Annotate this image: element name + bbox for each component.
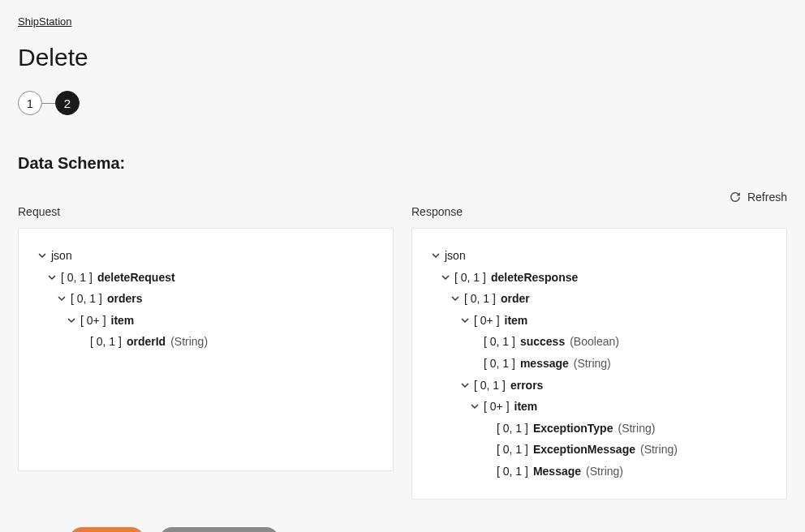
node-name: deleteRequest [97, 267, 175, 289]
node-name: orders [107, 288, 143, 310]
request-label: Request [18, 205, 394, 218]
tree-node-deleteResponse[interactable]: [ 0, 1 ] deleteResponse [427, 267, 772, 289]
chevron-down-icon [38, 251, 46, 260]
refresh-button[interactable]: Refresh [18, 191, 787, 204]
tree-node-json[interactable]: json [427, 245, 772, 267]
tree-node-order[interactable]: [ 0, 1 ] order [427, 288, 772, 310]
node-cardinality: [ 0, 1 ] [497, 439, 528, 461]
request-column: Request json [ 0, 1 ] deleteRequest [ [18, 205, 394, 500]
node-name: Message [533, 461, 581, 483]
node-name: message [520, 353, 569, 375]
stepper: 1 2 [18, 91, 787, 115]
node-cardinality: [ 0, 1 ] [71, 288, 102, 310]
response-panel: json [ 0, 1 ] deleteResponse [ 0, 1 ] or… [411, 228, 787, 500]
refresh-icon [730, 191, 741, 203]
node-name: order [501, 288, 530, 310]
tree-node-message-error[interactable]: [ 0, 1 ] Message (String) [427, 461, 772, 483]
finished-button[interactable]: Finished [69, 527, 144, 532]
tree-node-deleteRequest[interactable]: [ 0, 1 ] deleteRequest [33, 267, 378, 289]
section-title: Data Schema: [18, 154, 787, 173]
tree-node-orderId[interactable]: [ 0, 1 ] orderId (String) [33, 331, 378, 353]
tree-node-exception-message[interactable]: [ 0, 1 ] ExceptionMessage (String) [427, 439, 772, 461]
tree-node-exception-type[interactable]: [ 0, 1 ] ExceptionType (String) [427, 418, 772, 440]
response-label: Response [411, 205, 787, 218]
chevron-down-icon [451, 294, 459, 302]
node-label: json [445, 245, 466, 267]
refresh-label: Refresh [747, 191, 787, 204]
node-cardinality: [ 0, 1 ] [497, 461, 528, 483]
response-column: Response json [ 0, 1 ] deleteResponse [411, 205, 787, 500]
chevron-down-icon [67, 316, 75, 324]
node-type: (String) [618, 418, 655, 440]
node-type: (Boolean) [570, 331, 619, 353]
tree-node-item[interactable]: [ 0+ ] item [427, 310, 772, 332]
node-name: deleteResponse [491, 267, 578, 289]
node-type: (String) [586, 461, 623, 483]
node-cardinality: [ 0, 1 ] [90, 331, 122, 353]
node-cardinality: [ 0, 1 ] [454, 267, 486, 289]
node-name: ExceptionMessage [533, 439, 635, 461]
chevron-down-icon [58, 294, 66, 302]
tree-node-success[interactable]: [ 0, 1 ] success (Boolean) [427, 331, 772, 353]
step-connector [42, 103, 55, 104]
node-cardinality: [ 0, 1 ] [464, 288, 496, 310]
chevron-down-icon [48, 273, 56, 281]
node-name: item [111, 310, 135, 332]
node-name: errors [510, 375, 543, 397]
node-cardinality: [ 0+ ] [80, 310, 106, 332]
tree-node-orders[interactable]: [ 0, 1 ] orders [33, 288, 378, 310]
node-type: (String) [640, 439, 678, 461]
tree-node-item[interactable]: [ 0+ ] item [33, 310, 378, 332]
node-label: json [51, 245, 72, 267]
node-name: item [505, 310, 528, 332]
request-panel: json [ 0, 1 ] deleteRequest [ 0, 1 ] ord… [18, 228, 394, 471]
tree-node-errors-item[interactable]: [ 0+ ] item [427, 396, 772, 418]
node-type: (String) [170, 331, 208, 353]
chevron-down-icon [432, 251, 440, 260]
step-2[interactable]: 2 [55, 91, 80, 115]
node-cardinality: [ 0, 1 ] [497, 418, 528, 440]
chevron-down-icon [461, 381, 469, 389]
node-name: item [514, 396, 538, 418]
chevron-down-icon [461, 316, 469, 324]
page-title: Delete [18, 44, 787, 71]
node-cardinality: [ 0, 1 ] [484, 331, 515, 353]
step-1[interactable]: 1 [18, 91, 42, 115]
node-cardinality: [ 0, 1 ] [474, 375, 506, 397]
chevron-down-icon [441, 273, 450, 281]
node-name: success [520, 331, 565, 353]
tree-node-errors[interactable]: [ 0, 1 ] errors [427, 375, 772, 397]
node-name: orderId [127, 331, 166, 353]
node-cardinality: [ 0, 1 ] [484, 353, 515, 375]
tree-node-json[interactable]: json [33, 245, 378, 267]
node-name: ExceptionType [533, 418, 613, 440]
node-cardinality: [ 0+ ] [484, 396, 510, 418]
node-cardinality: [ 0+ ] [474, 310, 500, 332]
discard-changes-button[interactable]: Discard Changes [159, 527, 278, 532]
tree-node-message[interactable]: [ 0, 1 ] message (String) [427, 353, 772, 375]
chevron-down-icon [471, 402, 479, 410]
node-cardinality: [ 0, 1 ] [61, 267, 93, 289]
node-type: (String) [574, 353, 611, 375]
breadcrumb[interactable]: ShipStation [18, 15, 72, 28]
